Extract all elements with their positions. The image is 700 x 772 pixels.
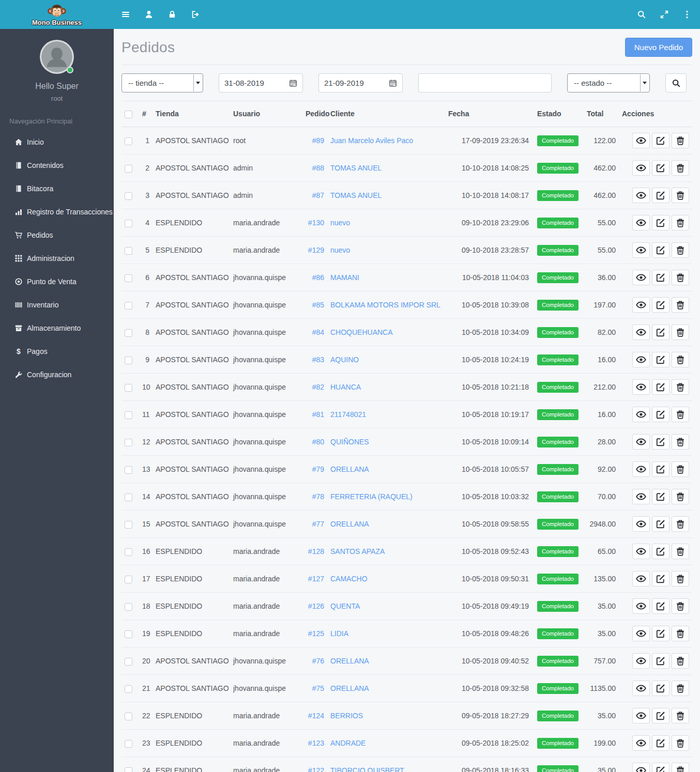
sidebar-item-configuracion[interactable]: Configuracion	[0, 363, 114, 386]
delete-order-button[interactable]	[672, 133, 689, 148]
sidebar-item-punto-de-venta[interactable]: Punto de Venta	[0, 270, 114, 293]
view-order-button[interactable]	[632, 297, 650, 313]
sidebar-item-inicio[interactable]: Inicio	[0, 130, 114, 153]
date-to-input[interactable]	[318, 73, 403, 92]
delete-order-button[interactable]	[672, 489, 689, 504]
delete-order-button[interactable]	[672, 407, 689, 422]
order-link[interactable]: #125	[308, 629, 324, 638]
order-link[interactable]: #83	[312, 356, 324, 364]
edit-order-button[interactable]	[652, 325, 669, 340]
row-checkbox[interactable]	[125, 576, 132, 583]
order-link[interactable]: #80	[312, 438, 324, 446]
view-order-button[interactable]	[632, 215, 650, 230]
row-checkbox[interactable]	[125, 630, 132, 638]
client-link[interactable]: ORELLANA	[330, 657, 369, 665]
row-checkbox[interactable]	[125, 329, 132, 337]
client-link[interactable]: QUENTA	[330, 602, 360, 610]
edit-order-button[interactable]	[652, 489, 669, 504]
order-link[interactable]: #124	[308, 712, 324, 720]
order-link[interactable]: #128	[308, 547, 324, 555]
order-link[interactable]: #122	[308, 766, 324, 772]
delete-order-button[interactable]	[672, 188, 689, 203]
view-order-button[interactable]	[632, 571, 650, 586]
client-link[interactable]: QUIÑONES	[330, 438, 369, 446]
view-order-button[interactable]	[632, 434, 650, 450]
client-link[interactable]: LIDIA	[330, 629, 348, 638]
edit-order-button[interactable]	[652, 188, 669, 203]
view-order-button[interactable]	[632, 708, 650, 723]
edit-order-button[interactable]	[652, 571, 669, 586]
edit-order-button[interactable]	[652, 133, 669, 148]
edit-order-button[interactable]	[652, 735, 669, 751]
sidebar-item-registro-de-transacciones[interactable]: Registro de Transacciones	[0, 200, 114, 223]
new-order-button[interactable]: Nuevo Pedido	[625, 38, 692, 57]
row-checkbox[interactable]	[125, 685, 132, 693]
order-link[interactable]: #86	[312, 273, 324, 282]
view-order-button[interactable]	[632, 489, 650, 504]
order-link[interactable]: #79	[312, 465, 324, 473]
edit-order-button[interactable]	[652, 516, 669, 532]
order-link[interactable]: #76	[312, 657, 324, 665]
row-checkbox[interactable]	[125, 192, 132, 200]
order-link[interactable]: #88	[312, 164, 324, 172]
edit-order-button[interactable]	[652, 352, 669, 367]
client-link[interactable]: nuevo	[330, 246, 350, 254]
delete-order-button[interactable]	[672, 544, 689, 559]
view-order-button[interactable]	[632, 352, 650, 367]
row-checkbox[interactable]	[125, 439, 132, 446]
client-link[interactable]: FERRETERIA (RAQUEL)	[330, 492, 413, 501]
row-checkbox[interactable]	[125, 521, 132, 529]
logout-icon[interactable]	[191, 10, 200, 19]
client-link[interactable]: ORELLANA	[330, 520, 369, 528]
sidebar-item-pedidos[interactable]: Pedidos	[0, 223, 114, 246]
delete-order-button[interactable]	[672, 598, 689, 614]
edit-order-button[interactable]	[652, 160, 669, 176]
row-checkbox[interactable]	[125, 767, 132, 772]
view-order-button[interactable]	[632, 681, 650, 696]
view-order-button[interactable]	[632, 270, 650, 285]
sidebar-item-contenidos[interactable]: Contenidos	[0, 153, 114, 177]
sidebar-item-pagos[interactable]: $Pagos	[0, 339, 114, 363]
order-link[interactable]: #77	[312, 520, 324, 528]
delete-order-button[interactable]	[672, 461, 689, 477]
edit-order-button[interactable]	[652, 407, 669, 422]
edit-order-button[interactable]	[652, 708, 669, 723]
view-order-button[interactable]	[632, 325, 650, 340]
client-link[interactable]: AQUINO	[330, 356, 359, 364]
sidebar-item-bitacora[interactable]: Bitacora	[0, 177, 114, 200]
row-checkbox[interactable]	[125, 274, 132, 282]
delete-order-button[interactable]	[672, 242, 689, 258]
view-order-button[interactable]	[632, 379, 650, 395]
view-order-button[interactable]	[632, 763, 650, 772]
order-link[interactable]: #123	[308, 739, 324, 747]
delete-order-button[interactable]	[672, 708, 689, 723]
filter-search-button[interactable]	[665, 73, 687, 92]
search-text-field[interactable]	[424, 79, 546, 87]
order-link[interactable]: #75	[312, 684, 324, 692]
client-link[interactable]: MAMANI	[330, 273, 359, 282]
client-link[interactable]: TIBORCIO QUISBERT	[330, 766, 404, 772]
lock-icon[interactable]	[168, 10, 177, 19]
search-text-input[interactable]	[418, 73, 552, 92]
view-order-button[interactable]	[632, 133, 650, 148]
view-order-button[interactable]	[632, 188, 650, 203]
delete-order-button[interactable]	[672, 653, 689, 669]
client-link[interactable]: Juan Marcelo Aviles Paco	[330, 136, 413, 145]
delete-order-button[interactable]	[672, 215, 689, 230]
order-link[interactable]: #85	[312, 301, 324, 309]
delete-order-button[interactable]	[672, 160, 689, 176]
edit-order-button[interactable]	[652, 544, 669, 559]
row-checkbox[interactable]	[125, 740, 132, 748]
brand-logo[interactable]: Mono Business	[0, 0, 114, 29]
view-order-button[interactable]	[632, 242, 650, 258]
view-order-button[interactable]	[632, 626, 650, 641]
sidebar-item-almacenamiento[interactable]: Almacenamiento	[0, 316, 114, 339]
client-link[interactable]: 211748021	[330, 410, 366, 419]
delete-order-button[interactable]	[672, 352, 689, 367]
search-icon[interactable]	[637, 10, 646, 19]
edit-order-button[interactable]	[652, 242, 669, 258]
client-link[interactable]: ORELLANA	[330, 684, 369, 692]
delete-order-button[interactable]	[672, 325, 689, 340]
row-checkbox[interactable]	[125, 302, 132, 310]
order-link[interactable]: #82	[312, 383, 324, 391]
